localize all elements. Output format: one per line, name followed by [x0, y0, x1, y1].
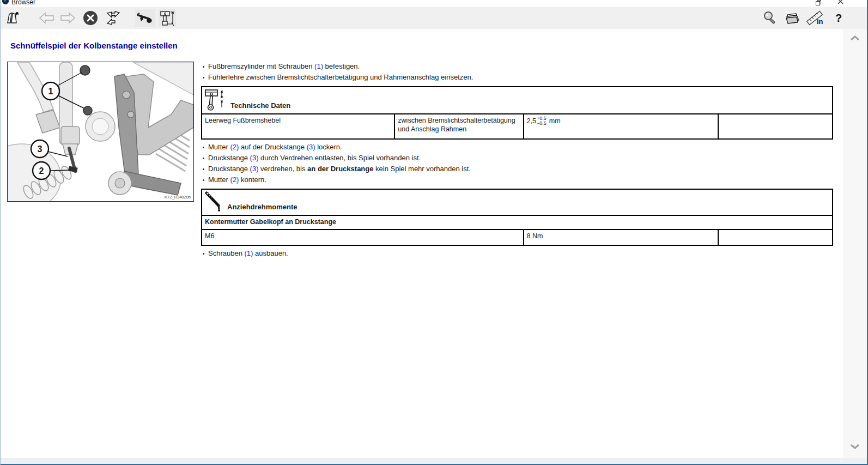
restore-window-button[interactable]	[811, 0, 825, 7]
stop-icon	[83, 10, 98, 26]
tightening-torque-table: Anziehdrehmomente Kontermutter Gabelkopf…	[201, 189, 833, 246]
spec-name-cell: Leerweg Fußbremshebel	[202, 114, 394, 139]
step-text: lockern.	[315, 143, 342, 151]
technical-illustration: 1 3 2 K72_R34020b	[7, 62, 194, 202]
window-title: Browser	[11, 0, 35, 6]
step-item: Druckstange (3) verdrehen, bis an der Dr…	[201, 164, 833, 174]
spec-empty-cell	[718, 114, 833, 139]
table-row: Kontermutter Gabelkopf an Druckstange	[202, 215, 833, 230]
technical-data-header: Technische Daten	[202, 87, 833, 114]
callout-reference-link[interactable]: (2)	[230, 143, 239, 151]
search-icon	[762, 10, 778, 26]
table-row: Leerweg Fußbremshebel zwischen Bremslich…	[202, 114, 833, 139]
step-text: Druckstange	[208, 154, 250, 162]
step-text: befestigen.	[323, 62, 360, 70]
swap-compare-button[interactable]	[105, 9, 122, 27]
search-button[interactable]	[761, 9, 779, 27]
callout-reference-link[interactable]: (1)	[314, 62, 323, 70]
step-item: Mutter (2) kontern.	[201, 174, 833, 185]
step-list-middle: Mutter (2) auf der Druckstange (3) locke…	[201, 142, 833, 185]
step-list-top: Fußbremszylinder mit Schrauben (1) befes…	[201, 61, 833, 83]
table-row: M6 8 Nm	[202, 230, 833, 245]
step-text: kontern.	[239, 176, 266, 184]
help-icon: ?	[835, 12, 842, 25]
chevron-down-icon	[850, 444, 860, 449]
swap-arrows-icon	[105, 10, 122, 26]
callout-reference-link[interactable]: (3)	[250, 165, 259, 173]
back-arrow-icon	[39, 12, 55, 24]
step-text: auf der Druckstange	[239, 143, 306, 151]
close-window-button[interactable]	[837, 0, 852, 7]
instruction-column: Fußbremszylinder mit Schrauben (1) befes…	[201, 59, 833, 262]
torque-wrench-icon	[204, 191, 226, 213]
callout-2: 2	[39, 166, 44, 176]
torque-size-cell: M6	[202, 230, 524, 245]
brake-caliper-tool-button[interactable]	[135, 9, 155, 27]
torque-empty-cell	[718, 230, 833, 245]
step-item: Fühlerlehre zwischen Bremslichtschalterb…	[201, 72, 833, 83]
title-bar: Browser	[1, 0, 868, 7]
step-list-bottom: Schrauben (1) ausbauen.	[201, 248, 833, 259]
browser-app-icon	[2, 0, 9, 4]
scroll-up-button[interactable]	[843, 31, 867, 45]
spec-unit: mm	[549, 117, 561, 125]
restore-icon	[816, 0, 821, 5]
emphasis-text: an der Druckstange	[307, 165, 373, 173]
toolbar: in ?	[1, 7, 867, 29]
chevron-up-icon	[850, 35, 860, 41]
step-text: Mutter	[208, 143, 230, 151]
step-text: Fühlerlehre zwischen Bremslichtschalterb…	[208, 73, 473, 81]
callout-1: 1	[48, 87, 53, 96]
spec-value: 2,5	[527, 117, 536, 125]
piston-clearance-tool-button[interactable]	[159, 9, 176, 27]
vertical-scrollbar[interactable]	[843, 29, 867, 458]
exit-document-button[interactable]	[4, 9, 22, 27]
callout-reference-link[interactable]: (3)	[250, 154, 259, 162]
back-button[interactable]	[38, 9, 56, 27]
step-item: Fußbremszylinder mit Schrauben (1) befes…	[201, 61, 833, 72]
print-button[interactable]	[783, 9, 800, 27]
svg-text:in: in	[817, 17, 823, 26]
help-button[interactable]: ?	[830, 9, 847, 27]
technical-data-table: Technische Daten Leerweg Fußbremshebel z…	[201, 86, 833, 140]
unit-conversion-button[interactable]: in	[805, 9, 827, 27]
torque-title: Anziehdrehmomente	[227, 203, 298, 212]
page-title: Schnüffelspiel der Kolbenstange einstell…	[10, 41, 178, 50]
step-item: Mutter (2) auf der Druckstange (3) locke…	[201, 142, 833, 153]
torque-header: Anziehdrehmomente	[202, 189, 833, 215]
scroll-down-button[interactable]	[843, 439, 867, 454]
spec-value-cell: 2,5+0,5−0,5mm	[524, 114, 719, 139]
status-bar	[1, 458, 868, 464]
step-item: Schrauben (1) ausbauen.	[201, 248, 833, 259]
forward-button[interactable]	[59, 9, 76, 27]
step-item: Druckstange (3) durch Verdrehen entlaste…	[201, 153, 833, 164]
exit-document-icon	[5, 11, 21, 25]
callout-3: 3	[38, 144, 43, 154]
step-text: verdrehen, bis	[258, 165, 307, 173]
piston-clearance-icon	[159, 10, 175, 26]
tolerance-minus: −0,5	[537, 121, 547, 126]
motorcycle-brake-diagram: 1 3 2 K72_R34020b	[8, 62, 193, 201]
callout-reference-link[interactable]: (2)	[230, 176, 239, 184]
step-text: Druckstange	[208, 165, 250, 173]
spec-condition-cell: zwischen Bremslichtschalterbetätigung un…	[394, 114, 523, 139]
stop-button[interactable]	[82, 9, 99, 27]
callout-reference-link[interactable]: (3)	[307, 143, 315, 151]
torque-value-cell: 8 Nm	[524, 230, 719, 245]
ruler-icon: in	[805, 10, 826, 26]
forward-arrow-icon	[59, 12, 76, 24]
screw-top	[80, 65, 90, 75]
step-text: kein Spiel mehr vorhanden ist.	[373, 165, 470, 173]
close-icon	[837, 0, 843, 4]
printer-icon	[783, 10, 800, 26]
step-text: Schrauben	[208, 249, 245, 257]
technical-data-title: Technische Daten	[230, 101, 290, 110]
step-text: durch Verdrehen entlasten, bis Spiel vor…	[258, 154, 421, 162]
step-text: ausbauen.	[253, 249, 288, 257]
screw-bottom	[83, 106, 92, 115]
figure-id-label: K72_R34020b	[165, 195, 191, 200]
step-text: Mutter	[208, 176, 230, 184]
callout-reference-link[interactable]: (1)	[245, 249, 253, 257]
torque-subtitle-cell: Kontermutter Gabelkopf an Druckstange	[202, 215, 833, 230]
step-text: Fußbremszylinder mit Schrauben	[208, 62, 314, 70]
